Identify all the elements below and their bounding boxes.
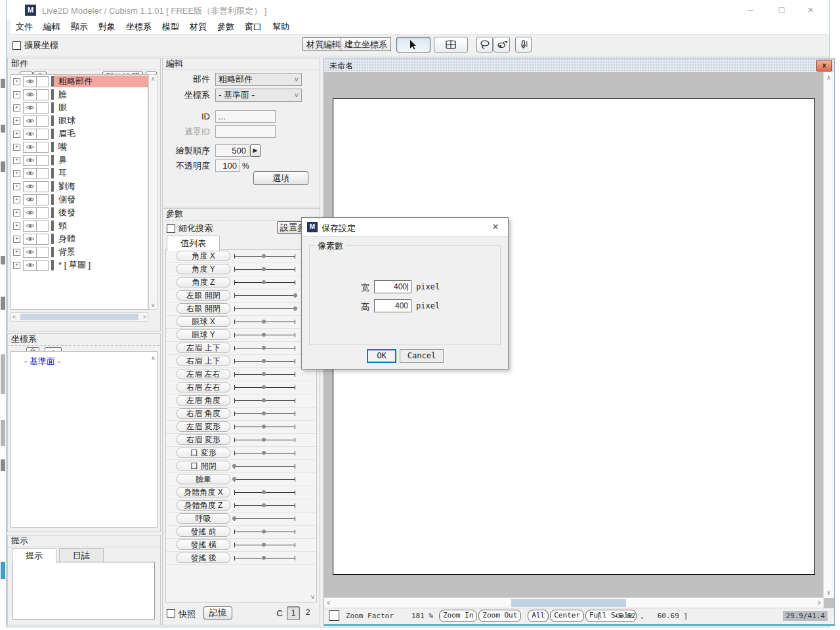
slider-handle[interactable]	[232, 477, 236, 481]
part-lock-box[interactable]	[37, 155, 49, 166]
id-field[interactable]: ...	[215, 110, 276, 123]
part-visibility-toggle[interactable]	[23, 76, 37, 87]
part-visibility-toggle[interactable]	[23, 168, 37, 179]
expand-icon[interactable]: +	[13, 236, 20, 243]
param-button[interactable]: 左眼 開閉	[177, 290, 230, 301]
param-group-1-button[interactable]: 1	[287, 606, 300, 620]
cancel-button[interactable]: Cancel	[400, 349, 444, 363]
tab-log[interactable]: 日誌	[59, 548, 104, 563]
param-slider[interactable]	[234, 335, 295, 335]
slider-handle[interactable]	[262, 320, 266, 324]
param-slider[interactable]	[234, 348, 295, 348]
param-button[interactable]: 眼球 Y	[177, 329, 230, 340]
param-button[interactable]: 右眉 変形	[177, 434, 230, 445]
param-group-2-button[interactable]: 2	[301, 606, 314, 620]
param-button[interactable]: 右眼 開閉	[177, 303, 230, 314]
scroll-down-icon[interactable]: ∨	[310, 593, 315, 600]
expand-icon[interactable]: +	[13, 104, 20, 112]
canvas-vertical-scrollbar[interactable]: ∧ ∨	[823, 72, 834, 598]
param-slider[interactable]	[234, 532, 295, 532]
part-row[interactable]: +眼球	[11, 114, 148, 127]
param-slider[interactable]	[234, 295, 295, 296]
param-slider[interactable]	[234, 440, 295, 440]
slider-handle[interactable]	[262, 451, 266, 455]
param-button[interactable]: 口 変形	[177, 448, 230, 458]
param-slider[interactable]	[234, 558, 295, 558]
param-button[interactable]: 發搖 後	[177, 553, 230, 563]
expand-icon[interactable]: +	[13, 144, 20, 151]
part-row[interactable]: +嘴	[11, 140, 148, 154]
param-slider[interactable]	[234, 256, 295, 257]
param-button[interactable]: 眼球 X	[177, 316, 230, 327]
slider-handle[interactable]	[262, 543, 266, 547]
param-button[interactable]: 身體角度 X	[177, 487, 230, 497]
options-button[interactable]: 選項	[253, 171, 308, 185]
param-button[interactable]: 角度 X	[177, 251, 230, 261]
document-title-bar[interactable]: 未命名 x	[324, 58, 834, 73]
pen-tool-button[interactable]	[515, 37, 532, 52]
slider-handle[interactable]	[262, 359, 266, 363]
param-button[interactable]: 左眉 左右	[177, 369, 230, 379]
part-row[interactable]: +身體	[11, 232, 148, 245]
menu-item-6[interactable]: 材質	[184, 20, 212, 34]
scrollbar-thumb[interactable]	[20, 314, 138, 320]
param-slider[interactable]	[234, 308, 295, 309]
slider-handle[interactable]	[232, 464, 236, 468]
tab-tips[interactable]: 提示	[12, 548, 56, 563]
slider-handle[interactable]	[262, 425, 266, 429]
part-visibility-toggle[interactable]	[23, 194, 37, 205]
slider-handle[interactable]	[262, 372, 266, 376]
scroll-right-icon[interactable]: >	[817, 599, 821, 606]
mask-id-field[interactable]	[215, 125, 276, 138]
maximize-button[interactable]: □	[772, 4, 791, 16]
menu-item-3[interactable]: 對象	[93, 20, 121, 34]
expand-icon[interactable]: +	[13, 183, 20, 190]
part-lock-box[interactable]	[37, 220, 49, 232]
part-lock-box[interactable]	[37, 116, 49, 127]
param-slider[interactable]	[234, 387, 295, 388]
opacity-field[interactable]: 100	[215, 159, 240, 172]
scroll-up-icon[interactable]: ∧	[149, 75, 157, 82]
mesh-tool-button[interactable]	[434, 37, 468, 52]
part-row[interactable]: +側發	[11, 193, 148, 206]
scrollbar-thumb[interactable]	[511, 599, 626, 607]
part-row[interactable]: +眉毛	[11, 127, 148, 140]
draw-order-step-button[interactable]: ▶	[250, 144, 261, 157]
refine-search-checkbox[interactable]	[167, 224, 175, 233]
scroll-right-icon[interactable]: >	[143, 314, 146, 320]
part-visibility-toggle[interactable]	[23, 102, 37, 114]
select-tool-button[interactable]	[396, 37, 430, 52]
close-button[interactable]: ×	[801, 4, 820, 16]
slider-handle[interactable]	[262, 503, 266, 507]
part-row[interactable]: +背景	[11, 245, 148, 259]
param-slider[interactable]	[234, 361, 295, 362]
document-close-button[interactable]: x	[816, 60, 832, 72]
param-slider[interactable]	[234, 322, 295, 322]
status-button-zoom-out[interactable]: Zoom Out	[478, 610, 521, 622]
expand-icon[interactable]: +	[13, 262, 20, 269]
parts-horizontal-scrollbar[interactable]: < >	[10, 312, 148, 322]
param-slider[interactable]	[234, 269, 295, 270]
part-lock-box[interactable]	[37, 181, 49, 192]
part-row[interactable]: +臉	[11, 88, 148, 101]
param-button[interactable]: 左眉 上下	[177, 343, 230, 353]
param-slider[interactable]	[234, 518, 295, 519]
part-row[interactable]: +鼻	[11, 154, 148, 167]
part-visibility-toggle[interactable]	[23, 89, 37, 100]
param-button[interactable]: 右眉 左右	[177, 382, 230, 392]
menu-item-4[interactable]: 坐標系	[121, 20, 157, 34]
slider-handle[interactable]	[262, 254, 266, 258]
slider-handle[interactable]	[262, 346, 266, 350]
scroll-down-icon[interactable]: ∨	[824, 589, 834, 596]
part-row[interactable]: +粗略部件	[11, 75, 148, 88]
expand-icon[interactable]: +	[13, 117, 20, 125]
param-slider[interactable]	[234, 479, 295, 480]
part-visibility-toggle[interactable]	[23, 155, 37, 166]
expand-icon[interactable]: +	[13, 196, 20, 203]
part-lock-box[interactable]	[37, 207, 49, 219]
refine-search-row[interactable]: 細化搜索	[167, 222, 213, 234]
part-visibility-toggle[interactable]	[23, 207, 37, 219]
slider-handle[interactable]	[293, 306, 297, 310]
expand-icon[interactable]: +	[13, 131, 20, 138]
part-visibility-toggle[interactable]	[23, 116, 37, 127]
